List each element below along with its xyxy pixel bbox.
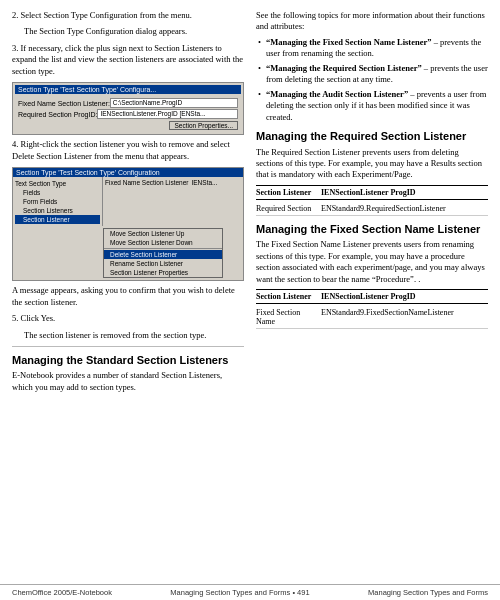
left-column: 2. Select Section Type Configuration fro…: [12, 10, 244, 576]
bullet-1-bold: “Managing the Fixed Section Name Listene…: [266, 37, 432, 47]
dialog-1-titlebar: Section Type 'Test Section Type' Configu…: [15, 85, 241, 94]
step-2-note: The Section Type Configuration dialog ap…: [24, 26, 244, 37]
footer: ChemOffice 2005/E-Notebook Managing Sect…: [0, 584, 500, 600]
section-properties-button[interactable]: Section Properties...: [169, 121, 238, 130]
fixed-listener-table: Section Listener IENSectionListener Prog…: [256, 289, 488, 329]
bullet-3: “Managing the Audit Section Listener” – …: [256, 89, 488, 123]
footer-left: ChemOffice 2005/E-Notebook: [12, 588, 112, 597]
context-menu: Move Section Listener Up Move Section Li…: [103, 228, 223, 278]
right-column: See the following topics for more inform…: [256, 10, 488, 576]
step-3-text: If necessary, click the plus sign next t…: [12, 43, 243, 76]
step-5-note: The section listener is removed from the…: [24, 330, 244, 341]
menu-rename[interactable]: Rename Section Listener: [104, 259, 222, 268]
dialog-screenshot-1: Section Type 'Test Section Type' Configu…: [12, 82, 244, 135]
menu-properties[interactable]: Section Listener Properties: [104, 268, 222, 277]
standard-listeners-body: E-Notebook provides a number of standard…: [12, 370, 244, 393]
table2-row1-col1: Fixed Section Name: [256, 308, 321, 326]
tree-item-form-fields[interactable]: Form Fields: [15, 197, 100, 206]
dialog-1-label1: Fixed Name Section Listener:: [18, 100, 110, 107]
right-panel-value: IENSta...: [191, 179, 217, 186]
table1-row1-col1: Required Section: [256, 204, 321, 213]
step-4: 4. Right-click the section listener you …: [12, 139, 244, 162]
table2-col2-header: IENSectionListener ProgID: [321, 292, 488, 301]
bullet-2: “Managing the Required Section Listener”…: [256, 63, 488, 86]
tree-item-section-listeners[interactable]: Section Listeners: [15, 206, 100, 215]
bullet-3-bold: “Managing the Audit Section Listener”: [266, 89, 408, 99]
standard-listeners-heading: Managing the Standard Section Listeners: [12, 353, 244, 367]
step-5: 5. Click Yes.: [12, 313, 244, 324]
page: 2. Select Section Type Configuration fro…: [0, 0, 500, 600]
table2-col1-header: Section Listener: [256, 292, 321, 301]
dialog-screenshot-2: Section Type 'Test Section Type' Configu…: [12, 167, 244, 281]
required-listener-heading: Managing the Required Section Listener: [256, 129, 488, 143]
step-3: 3. If necessary, click the plus sign nex…: [12, 43, 244, 77]
table2-row-1: Fixed Section Name ENStandard9.FixedSect…: [256, 306, 488, 329]
fixed-listener-body: The Fixed Section Name Listener prevents…: [256, 239, 488, 285]
step-5-number: 5.: [12, 313, 18, 323]
bullet-1: “Managing the Fixed Section Name Listene…: [256, 37, 488, 60]
table2-row1-col2: ENStandard9.FixedSectionNameListener: [321, 308, 488, 326]
menu-move-down[interactable]: Move Section Listener Down: [104, 238, 222, 247]
step-5-text: Click Yes.: [21, 313, 56, 323]
dialog-1-value2: IENSectionListener.ProgID [ENSta...: [97, 109, 238, 119]
bullet-2-bold: “Managing the Required Section Listener”: [266, 63, 422, 73]
step-2-text: Select Section Type Configuration from t…: [21, 10, 192, 20]
step-2: 2. Select Section Type Configuration fro…: [12, 10, 244, 21]
menu-move-up[interactable]: Move Section Listener Up: [104, 229, 222, 238]
right-intro: See the following topics for more inform…: [256, 10, 488, 33]
step-4-text: Right-click the section listener you wis…: [12, 139, 230, 160]
dialog-2-msg: A message appears, asking you to confirm…: [12, 285, 244, 308]
dialog-2-right-panel: Fixed Name Section Listener IENSta...: [103, 177, 243, 226]
step-4-number: 4.: [12, 139, 18, 149]
menu-divider: [104, 248, 222, 249]
fixed-listener-heading: Managing the Fixed Section Name Listener: [256, 222, 488, 236]
table1-col1-header: Section Listener: [256, 188, 321, 197]
required-listener-table: Section Listener IENSectionListener Prog…: [256, 185, 488, 216]
footer-center: Managing Section Types and Forms • 491: [170, 588, 309, 597]
table1-row-1: Required Section ENStandard9.RequiredSec…: [256, 202, 488, 216]
tree-item-text-section[interactable]: Text Section Type: [15, 179, 100, 188]
table1-col2-header: IENSectionListener ProgID: [321, 188, 488, 197]
right-panel-label: Fixed Name Section Listener: [105, 179, 188, 186]
tree-item-selected[interactable]: Section Listener: [15, 215, 100, 224]
dialog-1-value1: C:\SectionName.ProgID: [110, 98, 238, 108]
step-3-number: 3.: [12, 43, 18, 53]
step-2-number: 2.: [12, 10, 18, 20]
dialog-1-label2: Required Section ProgID:: [18, 111, 97, 118]
dialog-2-titlebar: Section Type 'Test Section Type' Configu…: [13, 168, 243, 177]
footer-right: Managing Section Types and Forms: [368, 588, 488, 597]
menu-delete[interactable]: Delete Section Listener: [104, 250, 222, 259]
tree-panel: Text Section Type Fields Form Fields Sec…: [13, 177, 103, 226]
required-listener-body: The Required Section Listener prevents u…: [256, 147, 488, 181]
tree-item-fields[interactable]: Fields: [15, 188, 100, 197]
table1-row1-col2: ENStandard9.RequiredSectionListener: [321, 204, 488, 213]
